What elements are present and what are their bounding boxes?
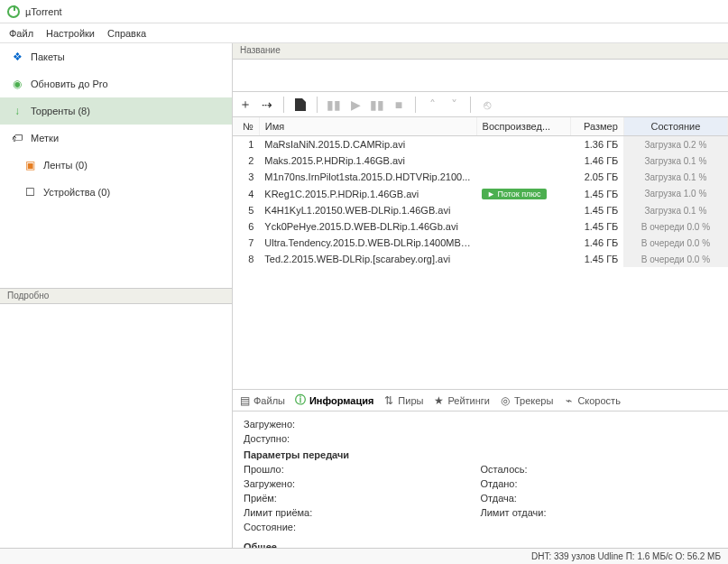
menu-help[interactable]: Справка bbox=[107, 28, 146, 39]
trackers-icon: ◎ bbox=[499, 394, 511, 407]
cell-status: В очереди 0.0 % bbox=[623, 251, 727, 267]
sidebar-item-labels[interactable]: 🏷 Метки bbox=[0, 125, 232, 152]
app-logo-icon bbox=[7, 5, 20, 18]
menu-settings[interactable]: Настройки bbox=[46, 28, 95, 39]
cell-size: 1.45 ГБ bbox=[571, 202, 624, 218]
detail-available: Доступно: bbox=[244, 433, 717, 444]
start-button[interactable]: ▶ bbox=[346, 96, 364, 114]
detail-elapsed: Прошло: bbox=[244, 464, 481, 475]
cell-name: MaRsIaNiN.2015.D.CAMRip.avi bbox=[259, 136, 476, 153]
cell-play bbox=[476, 202, 571, 218]
cell-size: 1.36 ГБ bbox=[571, 136, 624, 153]
move-down-button[interactable]: ˅ bbox=[445, 96, 463, 114]
column-header-size[interactable]: Размер bbox=[571, 117, 624, 136]
cell-size: 1.46 ГБ bbox=[571, 235, 624, 251]
detail-downloaded: Загружено: bbox=[244, 419, 717, 430]
remove-button[interactable]: ▮▮ bbox=[325, 96, 343, 114]
create-torrent-button[interactable] bbox=[291, 96, 309, 114]
sidebar-item-label: Пакеты bbox=[31, 51, 65, 62]
cell-name: Ted.2.2015.WEB-DLRip.[scarabey.org].avi bbox=[259, 251, 476, 267]
table-row[interactable]: 4KReg1C.2015.P.HDRip.1.46GB.avi► Поток п… bbox=[233, 185, 728, 202]
detail-rx-limit: Лимит приёма: bbox=[244, 507, 481, 518]
sidebar-item-upgrade[interactable]: ◉ Обновить до Pro bbox=[0, 70, 232, 97]
add-torrent-button[interactable]: ＋ bbox=[236, 96, 254, 114]
speed-icon: ⌁ bbox=[562, 394, 575, 407]
cell-play bbox=[476, 235, 571, 251]
files-icon: ▤ bbox=[238, 394, 251, 407]
tab-files[interactable]: ▤Файлы bbox=[238, 394, 285, 407]
sidebar-item-label: Ленты (0) bbox=[43, 160, 88, 171]
cell-name: KReg1C.2015.P.HDRip.1.46GB.avi bbox=[259, 185, 476, 202]
tab-info[interactable]: ⓘИнформация bbox=[294, 394, 373, 407]
sidebar-item-torrents[interactable]: ↓ Торренты (8) bbox=[0, 97, 232, 125]
column-header-name[interactable]: Имя bbox=[259, 117, 476, 136]
pause-button[interactable]: ▮▮ bbox=[368, 96, 386, 114]
cell-play bbox=[476, 169, 571, 185]
menubar: Файл Настройки Справка bbox=[0, 23, 728, 43]
cell-play: ► Поток плюс bbox=[476, 185, 571, 202]
cell-name: M1n70ns.IrnPilot1sta.2015.D.HDTVRip.2100… bbox=[259, 169, 476, 185]
tab-speed[interactable]: ⌁Скорость bbox=[562, 394, 621, 407]
app-title: µTorrent bbox=[25, 6, 62, 17]
column-header-status[interactable]: Состояние bbox=[623, 117, 727, 136]
cell-status: В очереди 0.0 % bbox=[623, 218, 727, 235]
cell-name: K4H1KyL1.20150.WEB-DLRip.1.46GB.avi bbox=[259, 202, 476, 218]
toolbar-separator bbox=[470, 97, 471, 113]
detail-tx: Отдача: bbox=[481, 493, 718, 504]
tab-trackers[interactable]: ◎Трекеры bbox=[499, 394, 553, 407]
rss-icon: ▣ bbox=[23, 159, 36, 171]
peers-icon: ⇅ bbox=[382, 394, 395, 407]
detail-dl: Загружено: bbox=[244, 478, 481, 489]
cell-num: 1 bbox=[233, 136, 259, 153]
sidebar-item-feeds[interactable]: ▣ Ленты (0) bbox=[0, 152, 232, 179]
grid-spacer bbox=[233, 267, 728, 390]
table-row[interactable]: 5K4H1KyL1.20150.WEB-DLRip.1.46GB.avi1.45… bbox=[233, 202, 728, 218]
download-icon: ↓ bbox=[11, 105, 23, 117]
sidebar: ❖ Пакеты ◉ Обновить до Pro ↓ Торренты (8… bbox=[0, 43, 233, 548]
sidebar-item-packages[interactable]: ❖ Пакеты bbox=[0, 43, 232, 70]
stop-button[interactable]: ■ bbox=[390, 96, 408, 114]
menu-file[interactable]: Файл bbox=[9, 28, 33, 39]
device-icon: ☐ bbox=[23, 186, 36, 199]
main-header: Название bbox=[233, 43, 728, 60]
sidebar-item-label: Торренты (8) bbox=[31, 106, 90, 116]
column-header-num[interactable]: № bbox=[233, 117, 259, 136]
cell-size: 2.05 ГБ bbox=[571, 169, 624, 185]
cell-num: 2 bbox=[233, 153, 259, 169]
table-row[interactable]: 7Ultra.Tendency.2015.D.WEB-DLRip.1400MB.… bbox=[233, 235, 728, 251]
table-row[interactable]: 1MaRsIaNiN.2015.D.CAMRip.avi1.36 ГБЗагру… bbox=[233, 136, 728, 153]
cell-num: 3 bbox=[233, 169, 259, 185]
table-row[interactable]: 8Ted.2.2015.WEB-DLRip.[scarabey.org].avi… bbox=[233, 251, 728, 267]
tab-peers[interactable]: ⇅Пиры bbox=[382, 394, 423, 407]
table-row[interactable]: 3M1n70ns.IrnPilot1sta.2015.D.HDTVRip.210… bbox=[233, 169, 728, 185]
cell-play bbox=[476, 218, 571, 235]
cell-size: 1.45 ГБ bbox=[571, 218, 624, 235]
ad-banner bbox=[233, 60, 728, 92]
detail-section-general: Общее bbox=[244, 541, 717, 548]
titlebar: µTorrent bbox=[0, 0, 728, 23]
remote-button[interactable]: ⎋ bbox=[478, 96, 496, 114]
table-row[interactable]: 6Yck0PeHye.2015.D.WEB-DLRip.1.46Gb.avi1.… bbox=[233, 218, 728, 235]
package-icon: ❖ bbox=[11, 51, 23, 63]
sidebar-item-devices[interactable]: ☐ Устройства (0) bbox=[0, 179, 232, 206]
cell-play bbox=[476, 136, 571, 153]
sidebar-lower-pane bbox=[0, 304, 232, 549]
cell-status: Загрузка 1.0 % bbox=[623, 185, 727, 202]
cell-size: 1.46 ГБ bbox=[571, 153, 624, 169]
statusbar: DHT: 339 узлов Udline П: 1.6 МБ/с О: 56.… bbox=[0, 548, 728, 564]
info-icon: ⓘ bbox=[294, 394, 307, 407]
detail-rx: Приём: bbox=[244, 493, 481, 504]
tag-icon: 🏷 bbox=[11, 132, 23, 144]
detail-remaining: Осталось: bbox=[481, 464, 718, 475]
play-badge[interactable]: ► Поток плюс bbox=[482, 189, 547, 199]
cell-play bbox=[476, 251, 571, 267]
cell-status: Загрузка 0.1 % bbox=[623, 153, 727, 169]
sidebar-lower-header: Подробно bbox=[0, 288, 232, 304]
move-up-button[interactable]: ˄ bbox=[423, 96, 441, 114]
tab-ratings[interactable]: ★Рейтинги bbox=[432, 394, 490, 407]
column-header-play[interactable]: Воспроизвед... bbox=[476, 117, 571, 136]
cell-name: Ultra.Tendency.2015.D.WEB-DLRip.1400MB.a… bbox=[259, 235, 476, 251]
table-row[interactable]: 2Maks.2015.P.HDRip.1.46GB.avi1.46 ГБЗагр… bbox=[233, 153, 728, 169]
add-url-button[interactable]: ⇢ bbox=[258, 96, 276, 114]
cell-size: 1.45 ГБ bbox=[571, 185, 624, 202]
